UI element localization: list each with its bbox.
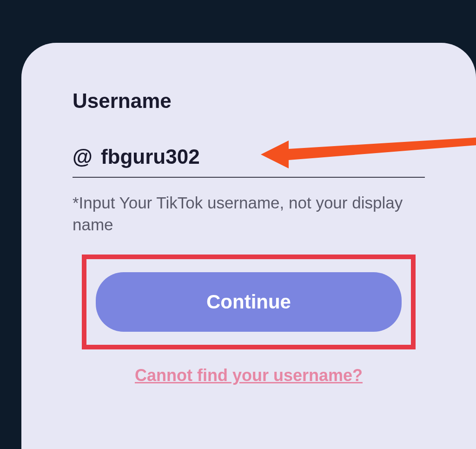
button-highlight-annotation: Continue [82, 255, 416, 349]
username-input-row: @ [73, 145, 425, 178]
continue-button[interactable]: Continue [96, 272, 402, 332]
cannot-find-username-link[interactable]: Cannot find your username? [73, 366, 425, 385]
username-label: Username [73, 89, 425, 113]
helper-text: *Input Your TikTok username, not your di… [73, 192, 425, 236]
at-symbol: @ [73, 145, 93, 168]
username-form-card: Username @ *Input Your TikTok username, … [21, 43, 476, 449]
username-input[interactable] [101, 145, 425, 168]
